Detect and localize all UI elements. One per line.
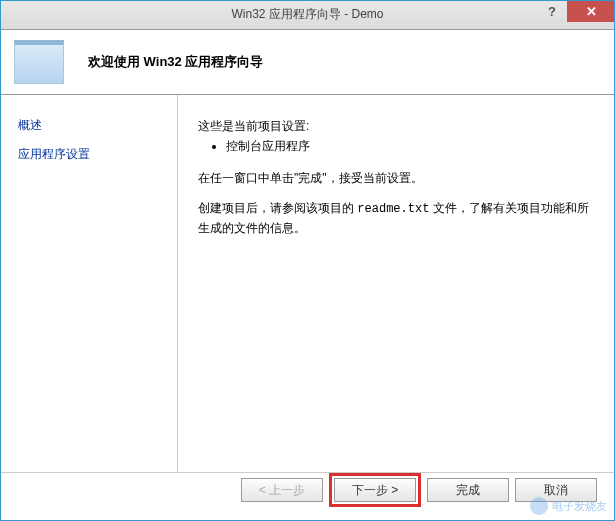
window-title: Win32 应用程序向导 - Demo: [0, 6, 615, 23]
content-area: 概述 应用程序设置 这些是当前项目设置: 控制台应用程序 在任一窗口中单击"完成…: [0, 95, 615, 473]
next-button[interactable]: 下一步 >: [334, 478, 416, 502]
main-panel: 这些是当前项目设置: 控制台应用程序 在任一窗口中单击"完成"，接受当前设置。 …: [178, 95, 615, 473]
titlebar-controls: ? ✕: [537, 0, 615, 22]
readme-filename: readme.txt: [357, 202, 429, 216]
titlebar: Win32 应用程序向导 - Demo ? ✕: [0, 0, 615, 30]
settings-item: 控制台应用程序: [226, 137, 591, 155]
close-button[interactable]: ✕: [567, 0, 615, 22]
help-button[interactable]: ?: [537, 0, 567, 22]
sidebar-item-overview[interactable]: 概述: [18, 117, 159, 134]
finish-button[interactable]: 完成: [427, 478, 509, 502]
prev-button: < 上一步: [241, 478, 323, 502]
sidebar-item-app-settings[interactable]: 应用程序设置: [18, 146, 159, 163]
readme-pre: 创建项目后，请参阅该项目的: [198, 201, 357, 215]
wizard-icon: [14, 40, 64, 84]
sidebar: 概述 应用程序设置: [0, 95, 178, 473]
next-highlight: 下一步 >: [329, 473, 421, 507]
finish-instruction: 在任一窗口中单击"完成"，接受当前设置。: [198, 169, 591, 187]
readme-note: 创建项目后，请参阅该项目的 readme.txt 文件，了解有关项目功能和所生成…: [198, 199, 591, 238]
cancel-button[interactable]: 取消: [515, 478, 597, 502]
button-bar: < 上一步 下一步 > 完成 取消: [241, 473, 597, 507]
settings-intro: 这些是当前项目设置:: [198, 117, 591, 135]
banner-title: 欢迎使用 Win32 应用程序向导: [88, 53, 263, 71]
settings-list: 控制台应用程序: [198, 137, 591, 155]
header-banner: 欢迎使用 Win32 应用程序向导: [0, 30, 615, 95]
